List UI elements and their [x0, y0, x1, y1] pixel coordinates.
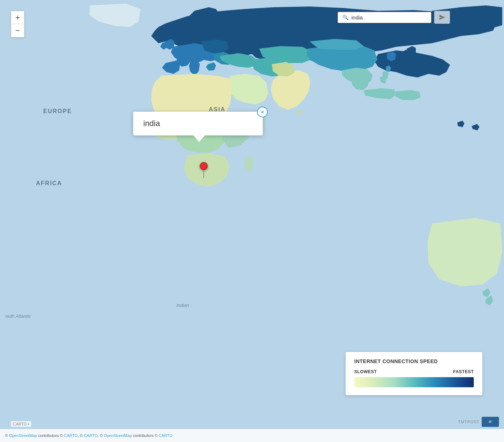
- search-icon: 🔍: [342, 14, 348, 20]
- zoom-in-button[interactable]: +: [11, 11, 24, 24]
- legend: INTERNET CONNECTION SPEED SLOWEST FASTES…: [346, 352, 482, 395]
- openstreetmap-link-2[interactable]: OpenStreetMap: [104, 433, 132, 438]
- legend-slowest-label: SLOWEST: [354, 369, 377, 374]
- map-pin: [200, 162, 208, 178]
- zoom-controls: + −: [11, 11, 24, 37]
- watermark: TMTPOST IT: [458, 417, 499, 427]
- tmtpost-label: TMTPOST: [458, 420, 480, 424]
- popup-close-button[interactable]: ×: [257, 107, 268, 117]
- openstreetmap-link-1[interactable]: OpenStreetMap: [9, 433, 37, 438]
- legend-title: INTERNET CONNECTION SPEED: [354, 358, 474, 364]
- search-container: 🔍: [338, 11, 450, 24]
- attribution-bar: © OpenStreetMap contributors © CARTO, © …: [0, 429, 504, 442]
- attribution-text: © OpenStreetMap contributors © CARTO, © …: [5, 433, 172, 438]
- map-container: EUROPE AFRICA ASIA Indian outh Atlantic …: [0, 0, 504, 442]
- search-input[interactable]: [351, 14, 423, 21]
- carto-logo-label: CARTO •: [13, 422, 29, 426]
- legend-fastest-label: FASTEST: [453, 369, 474, 374]
- carto-link-2[interactable]: CARTO: [84, 433, 98, 438]
- legend-labels: SLOWEST FASTEST: [354, 369, 474, 374]
- legend-gradient: [354, 377, 474, 387]
- popup-country-name: india: [143, 119, 253, 128]
- search-go-button[interactable]: [434, 11, 450, 24]
- zoom-out-button[interactable]: −: [11, 24, 24, 37]
- send-icon: [439, 14, 445, 21]
- map-popup: × india: [133, 112, 263, 135]
- carto-link-3[interactable]: CARTO: [159, 433, 172, 438]
- carto-attribution: CARTO •: [11, 421, 31, 427]
- search-box: 🔍: [338, 12, 431, 23]
- pin-stem: [203, 170, 204, 178]
- pin-head: [200, 162, 208, 170]
- carto-link-1[interactable]: CARTO: [64, 433, 78, 438]
- tmtpost-logo: IT: [482, 417, 499, 427]
